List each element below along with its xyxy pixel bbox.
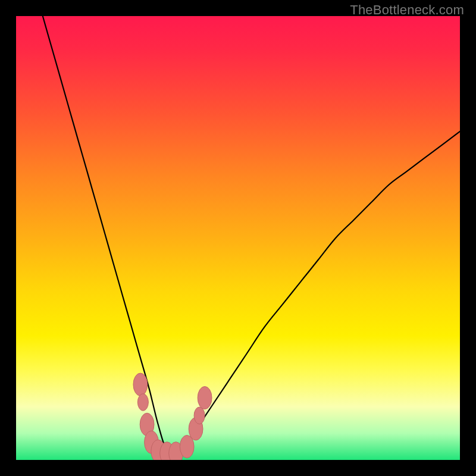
curve-marker [194, 407, 205, 424]
bottleneck-curve-svg [16, 16, 460, 460]
chart-frame: TheBottleneck.com [0, 0, 476, 476]
curve-marker [137, 394, 148, 411]
curve-marker [133, 373, 148, 396]
plot-area [16, 16, 460, 460]
curve-marker [198, 387, 212, 409]
bottleneck-curve-path [43, 16, 460, 453]
marker-group [133, 373, 212, 460]
